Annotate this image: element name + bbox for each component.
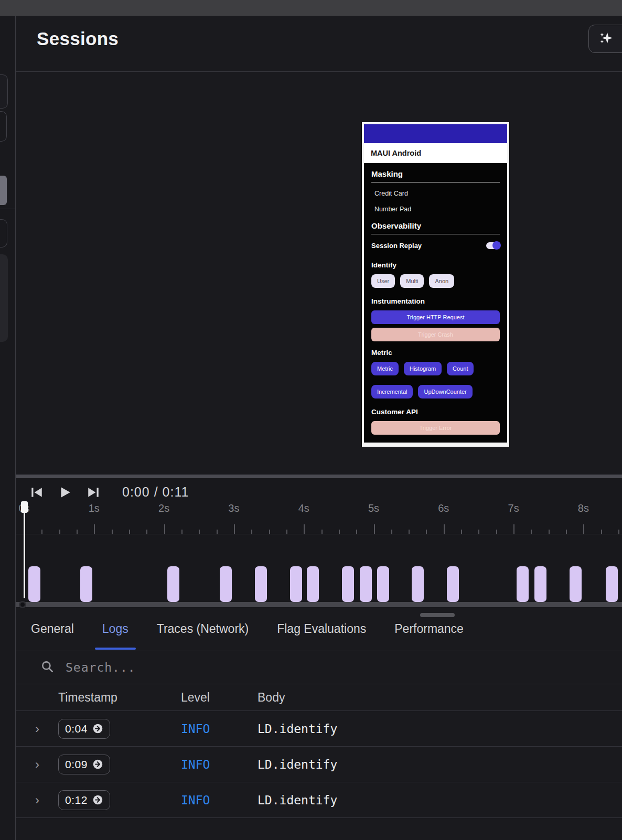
- log-table-row[interactable]: ›0:09INFOLD.identify: [16, 747, 622, 782]
- minor-tick: [339, 530, 340, 534]
- timeline-event-bar[interactable]: [534, 566, 546, 602]
- timestamp-value: 0:09: [65, 758, 88, 771]
- jump-arrow-icon: [92, 759, 103, 770]
- phone-chip-button: Count: [447, 362, 474, 375]
- page-header: Sessions: [16, 16, 622, 72]
- minor-tick: [496, 530, 497, 534]
- timestamp-jump-button[interactable]: 0:04: [58, 719, 110, 739]
- tick-label: 3s: [228, 502, 239, 514]
- play-button[interactable]: [58, 486, 72, 499]
- playhead-handle[interactable]: [21, 501, 28, 513]
- sessions-main-panel: Sessions MAUI Android MaskingCredit Card…: [16, 16, 622, 840]
- tick-label: 5s: [368, 502, 379, 514]
- log-table-row[interactable]: ›0:04INFOLD.identify: [16, 711, 622, 747]
- timeline-event-bar[interactable]: [220, 566, 232, 602]
- minor-tick: [391, 530, 392, 534]
- minor-tick: [601, 530, 602, 534]
- skip-start-button[interactable]: [30, 486, 44, 499]
- page-title: Sessions: [37, 28, 119, 49]
- phone-wide-button: Trigger HTTP Request: [371, 310, 500, 324]
- timeline-event-bar[interactable]: [255, 566, 267, 602]
- tab-logs[interactable]: Logs: [102, 622, 128, 650]
- timestamp-jump-button[interactable]: 0:09: [58, 755, 110, 774]
- timeline-event-bar[interactable]: [342, 566, 354, 602]
- timeline-event-bar[interactable]: [360, 566, 372, 602]
- log-level: INFO: [181, 793, 258, 807]
- timeline-event-bar[interactable]: [307, 566, 319, 602]
- timeline-event-bar[interactable]: [517, 566, 529, 602]
- minor-tick: [566, 530, 567, 534]
- minor-tick: [41, 530, 42, 534]
- row-expand-chevron-icon[interactable]: ›: [35, 723, 39, 735]
- phone-toggle-knob: [492, 241, 501, 250]
- phone-chip-button: Multi: [400, 274, 424, 288]
- tab-flag-evaluations[interactable]: Flag Evaluations: [277, 622, 366, 650]
- column-header-body: Body: [258, 691, 622, 705]
- left-rail-partial-card: [0, 219, 7, 247]
- timeline-events-track[interactable]: [16, 534, 622, 602]
- phone-app-title: MAUI Android: [364, 149, 421, 157]
- details-panel: GeneralLogsTraces (Network)Flag Evaluati…: [16, 608, 622, 840]
- tab-general[interactable]: General: [31, 622, 74, 650]
- timeline-scrollbar-thumb[interactable]: [19, 601, 26, 608]
- minor-tick: [269, 530, 270, 534]
- minor-tick: [356, 530, 357, 534]
- minor-tick: [112, 530, 113, 534]
- timeline-event-bar[interactable]: [606, 566, 618, 602]
- tick-label: 7s: [508, 502, 519, 514]
- major-tick: [164, 524, 165, 534]
- minor-tick: [59, 530, 60, 534]
- phone-wide-button: Trigger Error: [371, 421, 500, 435]
- timeline-event-bar[interactable]: [167, 566, 179, 602]
- playhead-line: [24, 501, 25, 598]
- minor-tick: [549, 530, 550, 534]
- timeline-event-bar[interactable]: [447, 566, 459, 602]
- left-rail-divider: [0, 209, 16, 209]
- minor-tick: [618, 530, 619, 534]
- replay-device-frame: MAUI Android MaskingCredit CardNumber Pa…: [362, 122, 509, 447]
- timeline-event-bar[interactable]: [290, 566, 302, 602]
- minor-tick: [426, 530, 427, 534]
- row-expand-chevron-icon[interactable]: ›: [35, 758, 39, 771]
- search-row: [16, 651, 622, 684]
- panel-drag-handle[interactable]: [420, 613, 455, 617]
- search-input[interactable]: [66, 661, 622, 674]
- column-header-timestamp: Timestamp: [58, 691, 181, 705]
- log-body: LD.identify: [258, 722, 622, 736]
- major-tick: [583, 524, 584, 534]
- column-header-level: Level: [181, 691, 258, 705]
- ai-assist-button[interactable]: [588, 25, 622, 53]
- phone-chip-row: MetricHistogramCount: [371, 362, 500, 375]
- time-total: 0:11: [163, 484, 189, 499]
- major-tick: [94, 524, 95, 534]
- timeline-event-bar[interactable]: [377, 566, 389, 602]
- timeline-event-bar[interactable]: [412, 566, 424, 602]
- timeline-ruler[interactable]: 0s1s2s3s4s5s6s7s8s: [16, 502, 622, 534]
- minor-tick: [461, 530, 462, 534]
- sparkles-icon: [598, 30, 614, 48]
- timeline-event-bar[interactable]: [80, 566, 92, 602]
- timestamp-jump-button[interactable]: 0:12: [58, 790, 110, 810]
- time-display: 0:00 / 0:11: [122, 484, 189, 500]
- phone-chip-button: UpDownCounter: [418, 385, 472, 399]
- phone-toggle-label: Session Replay: [371, 242, 422, 250]
- phone-subsection-heading: Metric: [371, 349, 500, 357]
- logs-table-header: Timestamp Level Body: [16, 684, 622, 711]
- timeline-event-bar[interactable]: [28, 566, 40, 602]
- phone-subsection-heading: Customer API: [371, 408, 500, 416]
- row-expand-chevron-icon[interactable]: ›: [35, 794, 39, 806]
- timeline-event-bar[interactable]: [570, 566, 582, 602]
- minor-tick: [409, 530, 410, 534]
- minor-tick: [129, 530, 130, 534]
- tab-traces-network-[interactable]: Traces (Network): [157, 622, 249, 650]
- skip-end-button[interactable]: [87, 486, 100, 499]
- timeline-scrollbar-track[interactable]: [16, 602, 622, 607]
- tick-label: 2s: [158, 502, 169, 514]
- left-rail-scroll-indicator[interactable]: [0, 176, 7, 205]
- log-table-row[interactable]: ›0:12INFOLD.identify: [16, 782, 622, 818]
- tab-performance[interactable]: Performance: [394, 622, 464, 650]
- panel-splitter-handle[interactable]: [16, 475, 622, 478]
- minor-tick: [251, 530, 252, 534]
- phone-wide-button: Trigger Crash: [371, 328, 500, 341]
- timestamp-value: 0:12: [65, 794, 88, 806]
